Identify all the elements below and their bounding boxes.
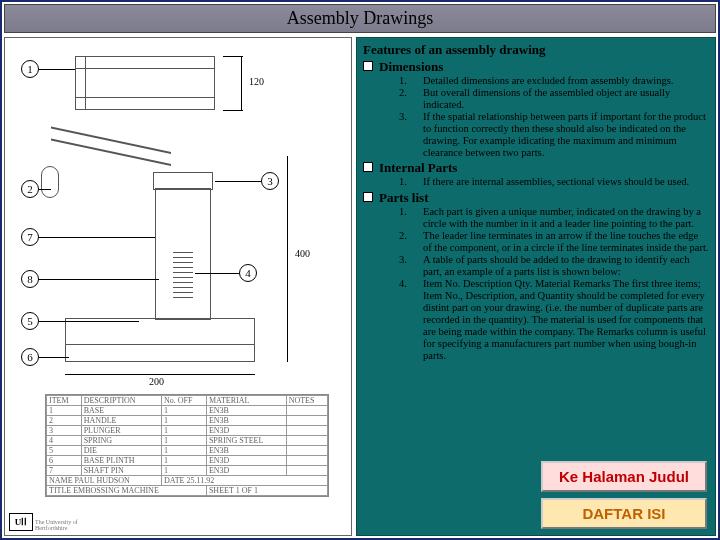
content-area: 1 120 2 bbox=[2, 35, 718, 538]
callout-1: 1 bbox=[21, 60, 39, 78]
dim-200: 200 bbox=[149, 376, 164, 387]
section-dimensions: Dimensions bbox=[379, 59, 443, 75]
callout-6: 6 bbox=[21, 348, 39, 366]
callout-4: 4 bbox=[239, 264, 257, 282]
bullet-icon bbox=[363, 61, 373, 71]
assembly-drawing: 1 120 2 bbox=[5, 38, 351, 535]
bullet-icon bbox=[363, 192, 373, 202]
bullet-icon bbox=[363, 162, 373, 172]
features-heading: Features of an assembly drawing bbox=[363, 42, 709, 58]
text-panel: Features of an assembly drawing Dimensio… bbox=[356, 37, 716, 536]
dimensions-list: 1.Detailed dimensions are excluded from … bbox=[399, 75, 709, 159]
callout-3: 3 bbox=[261, 172, 279, 190]
ke-halaman-judul-button[interactable]: Ke Halaman Judul bbox=[541, 461, 707, 492]
callout-5: 5 bbox=[21, 312, 39, 330]
univ-label: The University of Hertfordshire bbox=[35, 519, 95, 531]
callout-7a: 7 bbox=[21, 228, 39, 246]
partslist-list: 1.Each part is given a unique number, in… bbox=[399, 206, 709, 363]
callout-8: 8 bbox=[21, 270, 39, 288]
drawing-panel: 1 120 2 bbox=[4, 37, 352, 536]
internal-list: 1.If there are internal assemblies, sect… bbox=[399, 176, 709, 188]
page-title: Assembly Drawings bbox=[4, 4, 716, 33]
daftar-isi-button[interactable]: DAFTAR ISI bbox=[541, 498, 707, 529]
logo: UⅠⅠ bbox=[9, 513, 33, 531]
section-internal-parts: Internal Parts bbox=[379, 160, 457, 176]
dim-120: 120 bbox=[249, 76, 264, 87]
parts-table: ITEM DESCRIPTION No. OFF MATERIAL NOTES … bbox=[45, 394, 329, 497]
callout-2: 2 bbox=[21, 180, 39, 198]
dim-400: 400 bbox=[295, 248, 310, 259]
section-parts-list: Parts list bbox=[379, 190, 428, 206]
